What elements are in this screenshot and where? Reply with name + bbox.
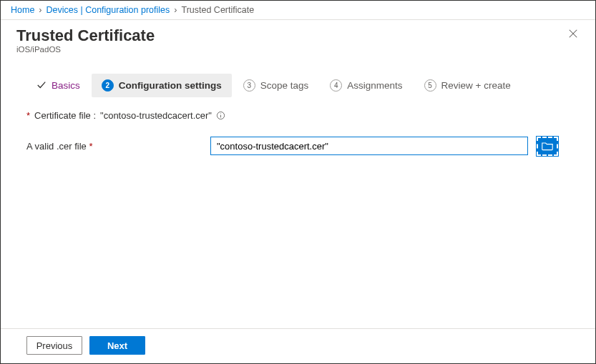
- required-asterisk: *: [89, 141, 92, 152]
- breadcrumb-home[interactable]: Home: [11, 5, 34, 15]
- info-icon[interactable]: [216, 111, 225, 120]
- folder-icon: [542, 141, 553, 151]
- page-title: Trusted Certificate: [16, 26, 155, 46]
- page-subtitle: iOS/iPadOS: [1, 45, 595, 54]
- configuration-form: * Certificate file : "contoso-trustedcac…: [1, 97, 595, 156]
- wizard-steps: Basics 2 Configuration settings 3 Scope …: [26, 74, 595, 97]
- step-number-badge: 5: [424, 79, 436, 92]
- wizard-step-label: Scope tags: [260, 80, 309, 91]
- svg-point-4: [220, 113, 221, 114]
- wizard-step-scope-tags[interactable]: 3 Scope tags: [233, 74, 319, 97]
- close-icon: [568, 29, 578, 39]
- step-number-badge: 3: [243, 79, 255, 92]
- certificate-file-summary: * Certificate file : "contoso-trustedcac…: [26, 110, 570, 121]
- close-button[interactable]: [564, 26, 582, 44]
- wizard-step-basics[interactable]: Basics: [26, 74, 90, 97]
- wizard-step-assignments[interactable]: 4 Assignments: [320, 74, 412, 97]
- step-number-badge: 2: [102, 79, 114, 92]
- wizard-step-review-create[interactable]: 5 Review + create: [414, 74, 521, 97]
- valid-cer-file-label: A valid .cer file *: [26, 141, 202, 152]
- required-asterisk: *: [26, 110, 30, 121]
- wizard-step-label: Configuration settings: [119, 80, 222, 91]
- browse-file-button[interactable]: [537, 137, 558, 156]
- check-icon: [36, 80, 47, 90]
- wizard-step-label: Basics: [52, 80, 80, 91]
- wizard-footer: Previous Next: [1, 328, 595, 363]
- cer-file-input[interactable]: [210, 137, 528, 155]
- previous-button[interactable]: Previous: [26, 336, 82, 355]
- breadcrumb: Home › Devices | Configuration profiles …: [1, 1, 595, 20]
- wizard-step-label: Review + create: [441, 80, 511, 91]
- wizard-step-label: Assignments: [347, 80, 402, 91]
- step-number-badge: 4: [330, 79, 342, 92]
- breadcrumb-devices[interactable]: Devices | Configuration profiles: [47, 5, 170, 15]
- next-button[interactable]: Next: [89, 336, 145, 355]
- breadcrumb-current: Trusted Certificate: [181, 5, 254, 15]
- wizard-step-configuration-settings[interactable]: 2 Configuration settings: [92, 74, 232, 97]
- certificate-file-label-prefix: Certificate file :: [34, 110, 96, 121]
- chevron-right-icon: ›: [174, 5, 177, 15]
- chevron-right-icon: ›: [39, 5, 41, 15]
- certificate-file-name: "contoso-trustedcacert.cer": [100, 110, 212, 121]
